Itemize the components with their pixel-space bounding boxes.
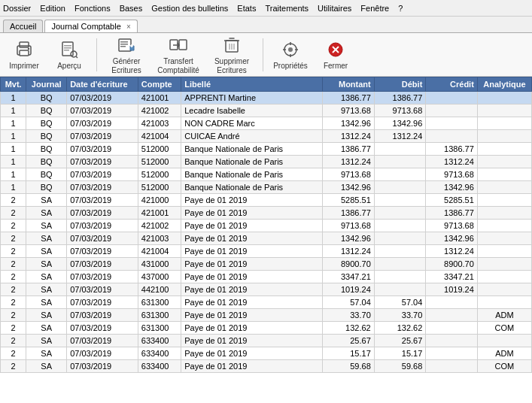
table-row[interactable]: 2SA07/03/2019633400Paye de 01 201915.171…	[1, 347, 532, 360]
cell-debit: 33.70	[374, 309, 426, 322]
cell-mvt: 1	[1, 156, 26, 168]
fermer-button[interactable]: Fermer	[316, 36, 355, 73]
menu-edition[interactable]: Edition	[40, 4, 65, 13]
generate-icon	[116, 35, 137, 56]
header-debit: Débit	[374, 77, 426, 92]
cell-journal: SA	[26, 360, 67, 373]
generer-button[interactable]: GénérerEcritures	[105, 32, 148, 78]
supprimer-button[interactable]: SupprimerEcritures	[208, 32, 255, 78]
cell-debit	[374, 156, 426, 168]
menu-traitements[interactable]: Traitements	[265, 4, 309, 13]
header-libelle: Libellé	[181, 77, 323, 92]
cell-compte: 512000	[138, 156, 181, 168]
menu-bases[interactable]: Bases	[120, 4, 143, 13]
menu-dossier[interactable]: Dossier	[3, 4, 31, 13]
table-row[interactable]: 2SA07/03/2019631300Paye de 01 2019132.62…	[1, 322, 532, 335]
cell-debit	[374, 207, 426, 220]
menu-fonctions[interactable]: Fonctions	[74, 4, 111, 13]
table-row[interactable]: 1BQ07/03/2019421001APPRENTI Martine1386.…	[1, 92, 532, 105]
cell-montant: 1342.96	[323, 117, 375, 130]
cell-libelle: CUICAE André	[181, 130, 323, 143]
cell-libelle: Banque Nationale de Paris	[181, 181, 323, 194]
menu-help[interactable]: ?	[398, 4, 403, 13]
table-row[interactable]: 1BQ07/03/2019512000Banque Nationale de P…	[1, 181, 532, 194]
cell-credit: 1019.24	[426, 283, 478, 296]
cell-montant: 8900.70	[323, 258, 375, 271]
table-row[interactable]: 1BQ07/03/2019512000Banque Nationale de P…	[1, 168, 532, 181]
table-row[interactable]: 1BQ07/03/2019421002Lecadre Isabelle9713.…	[1, 105, 532, 117]
cell-compte: 421004	[138, 245, 181, 258]
imprimer-label: Imprimer	[9, 62, 38, 70]
header-analytique: Analytique	[477, 77, 531, 92]
table-row[interactable]: 1BQ07/03/2019512000Banque Nationale de P…	[1, 143, 532, 156]
cell-date: 07/03/2019	[67, 117, 138, 130]
tab-close-icon[interactable]: ×	[126, 23, 131, 31]
cell-debit	[374, 181, 426, 194]
svg-rect-12	[120, 44, 128, 45]
cell-mvt: 2	[1, 220, 26, 232]
properties-icon	[280, 39, 301, 60]
cell-debit: 9713.68	[374, 105, 426, 117]
proprietes-label: Propriétés	[273, 62, 308, 70]
cell-analytique	[477, 181, 531, 194]
cell-debit	[374, 232, 426, 245]
table-row[interactable]: 1BQ07/03/2019421003NON CADRE Marc1342.96…	[1, 117, 532, 130]
cell-libelle: Paye de 01 2019	[181, 194, 323, 207]
table-row[interactable]: 2SA07/03/2019421000Paye de 01 20195285.5…	[1, 194, 532, 207]
menu-etats[interactable]: Etats	[237, 4, 256, 13]
apercu-button[interactable]: Aperçu	[50, 36, 89, 73]
cell-analytique	[477, 296, 531, 309]
tab-accueil[interactable]: Accueil	[3, 20, 43, 32]
cell-debit: 1386.77	[374, 92, 426, 105]
svg-point-23	[288, 47, 293, 52]
cell-date: 07/03/2019	[67, 156, 138, 168]
cell-compte: 421002	[138, 220, 181, 232]
imprimer-button[interactable]: Imprimer	[5, 36, 44, 73]
cell-compte: 421002	[138, 105, 181, 117]
cell-credit: 1312.24	[426, 156, 478, 168]
cell-journal: SA	[26, 309, 67, 322]
cell-mvt: 2	[1, 207, 26, 220]
cell-mvt: 2	[1, 283, 26, 296]
cell-journal: SA	[26, 322, 67, 335]
table-row[interactable]: 2SA07/03/2019421001Paye de 01 20191386.7…	[1, 207, 532, 220]
table-row[interactable]: 2SA07/03/2019437000Paye de 01 20193347.2…	[1, 271, 532, 283]
svg-rect-1	[20, 42, 29, 47]
cell-credit: 1342.96	[426, 232, 478, 245]
cell-date: 07/03/2019	[67, 194, 138, 207]
table-row[interactable]: 2SA07/03/2019633400Paye de 01 201925.672…	[1, 335, 532, 347]
transfert-button[interactable]: TransfertComptabilité	[154, 32, 202, 78]
menu-gestion[interactable]: Gestion des bulletins	[151, 4, 228, 13]
cell-montant: 1312.24	[323, 245, 375, 258]
cell-compte: 421003	[138, 117, 181, 130]
cell-montant: 9713.68	[323, 105, 375, 117]
cell-montant: 25.67	[323, 335, 375, 347]
table-row[interactable]: 2SA07/03/2019442100Paye de 01 20191019.2…	[1, 283, 532, 296]
separator-2	[263, 38, 263, 71]
cell-credit: 3347.21	[426, 271, 478, 283]
cell-compte: 421001	[138, 92, 181, 105]
cell-libelle: Paye de 01 2019	[181, 335, 323, 347]
table-row[interactable]: 2SA07/03/2019421003Paye de 01 20191342.9…	[1, 232, 532, 245]
table-row[interactable]: 2SA07/03/2019421002Paye de 01 20199713.6…	[1, 220, 532, 232]
menu-fenetre[interactable]: Fenêtre	[360, 4, 389, 13]
cell-credit: 1312.24	[426, 245, 478, 258]
cell-debit	[374, 194, 426, 207]
table-row[interactable]: 1BQ07/03/2019421004CUICAE André1312.2413…	[1, 130, 532, 143]
table-row[interactable]: 2SA07/03/2019633400Paye de 01 201959.685…	[1, 360, 532, 373]
table-row[interactable]: 2SA07/03/2019631300Paye de 01 201957.045…	[1, 296, 532, 309]
table-row[interactable]: 2SA07/03/2019421004Paye de 01 20191312.2…	[1, 245, 532, 258]
menu-utilitaires[interactable]: Utilitaires	[318, 4, 351, 13]
tab-journal[interactable]: Journal Comptable ×	[44, 20, 137, 32]
cell-mvt: 2	[1, 296, 26, 309]
cell-analytique	[477, 105, 531, 117]
table-row[interactable]: 2SA07/03/2019631300Paye de 01 201933.703…	[1, 309, 532, 322]
cell-mvt: 1	[1, 92, 26, 105]
delete-icon	[221, 35, 242, 56]
table-row[interactable]: 1BQ07/03/2019512000Banque Nationale de P…	[1, 156, 532, 168]
cell-debit	[374, 143, 426, 156]
proprietes-button[interactable]: Propriétés	[271, 36, 310, 73]
cell-analytique: ADM	[477, 347, 531, 360]
table-row[interactable]: 2SA07/03/2019431000Paye de 01 20198900.7…	[1, 258, 532, 271]
table-header-row: Mvt. Journal Date d'écriture Compte Libe…	[1, 77, 532, 92]
